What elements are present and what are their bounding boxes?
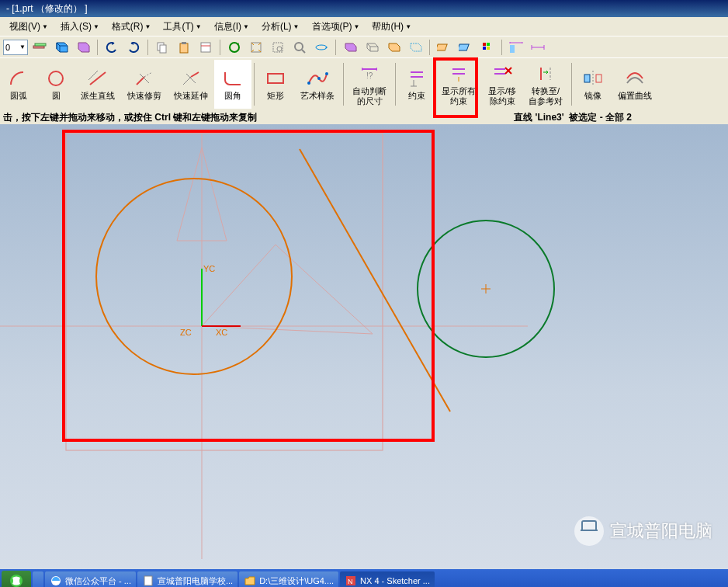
ribbon-arc[interactable]: 圆弧 (0, 60, 37, 109)
svg-rect-5 (182, 42, 186, 44)
tb-zoomio-icon[interactable] (289, 38, 310, 57)
tb-paste-icon[interactable] (174, 38, 194, 57)
svg-rect-15 (437, 44, 447, 50)
watermark-text: 宣城普阳电脑 (610, 519, 712, 543)
svg-rect-21 (510, 45, 515, 53)
task-folder[interactable]: D:\三维设计\UG4.... (239, 571, 338, 587)
svg-rect-4 (180, 43, 188, 53)
tb-seethrough-icon[interactable] (405, 38, 425, 57)
tb-redo-icon[interactable] (123, 38, 144, 57)
ribbon-spline[interactable]: 艺术样条 (294, 60, 341, 109)
sketch-ribbon: 圆弧 圆 派生直线 快速修剪 快速延伸 圆角 矩形 艺术样条 !? 自动判断 的… (0, 57, 728, 110)
watermark: 宣城普阳电脑 (574, 516, 712, 546)
ribbon-quick-trim[interactable]: 快速修剪 (121, 60, 168, 109)
svg-point-28 (49, 71, 63, 85)
axis-x-label: XC (216, 328, 227, 337)
svg-point-11 (277, 47, 282, 51)
svg-rect-37 (268, 74, 283, 83)
ribbon-show-remove-constraints[interactable]: 显示/移 除约束 (482, 60, 522, 109)
svg-rect-71 (144, 576, 152, 585)
tb-box1-icon[interactable] (51, 38, 71, 57)
svg-rect-18 (487, 43, 490, 46)
status-selection: 直线 'Line3' 被选定 - 全部 2 (514, 111, 632, 124)
start-button[interactable] (2, 571, 31, 587)
tb-wire-icon[interactable] (362, 38, 382, 57)
svg-rect-59 (66, 134, 383, 450)
menu-view[interactable]: 视图(V)▼ (3, 19, 54, 35)
menu-help[interactable]: 帮助(H)▼ (366, 19, 418, 35)
ribbon-fillet[interactable]: 圆角 (214, 60, 251, 109)
svg-line-35 (191, 72, 199, 77)
ribbon-show-all-constraints[interactable]: 显示所有 约束 (435, 60, 482, 109)
task-wechat[interactable]: 微信公众平台 - ... (45, 571, 136, 587)
title-bar: - [1.prt （修改的） ] (0, 0, 728, 17)
tb-shade1-icon[interactable] (340, 38, 360, 57)
svg-rect-19 (483, 47, 486, 50)
menu-format[interactable]: 格式(R)▼ (106, 19, 158, 35)
svg-rect-6 (201, 43, 210, 52)
task-nx4[interactable]: N NX 4 - Sketcher ... (340, 571, 435, 587)
svg-point-62 (96, 179, 292, 374)
svg-text:N: N (348, 578, 353, 585)
ribbon-quick-extend[interactable]: 快速延伸 (168, 60, 214, 109)
task-school[interactable]: 宣城普阳电脑学校... (137, 571, 237, 587)
svg-rect-58 (596, 75, 601, 82)
nx-icon: N (345, 575, 357, 587)
tb-datum-icon[interactable] (434, 38, 454, 57)
tb-dim1-icon[interactable] (506, 38, 526, 57)
ribbon-auto-dim[interactable]: !? 自动判断 的尺寸 (346, 60, 393, 109)
status-hint: 击，按下左键并拖动来移动，或按住 Ctrl 键和左键拖动来复制 (3, 111, 257, 124)
ribbon-constraint[interactable]: 约束 (398, 60, 435, 109)
ribbon-rectangle[interactable]: 矩形 (257, 60, 294, 109)
svg-text:!?: !? (366, 71, 373, 80)
tb-shade2-icon[interactable] (383, 38, 404, 57)
tb-refresh-icon[interactable] (224, 38, 244, 57)
tb-box2-icon[interactable] (73, 38, 93, 57)
axis-y-label: YC (203, 264, 215, 273)
menu-tools[interactable]: 工具(T)▼ (157, 19, 207, 35)
tb-dim2-icon[interactable] (528, 38, 548, 57)
svg-line-13 (302, 50, 305, 53)
ribbon-offset-curve[interactable]: 偏置曲线 (612, 60, 658, 109)
svg-rect-1 (35, 43, 46, 46)
menu-bar: 视图(V)▼ 插入(S)▼ 格式(R)▼ 工具(T)▼ 信息(I)▼ 分析(L)… (0, 17, 728, 36)
title-text: - [1.prt （修改的） ] (6, 3, 88, 14)
tb-rotate-icon[interactable] (311, 38, 331, 57)
svg-line-29 (90, 72, 106, 85)
svg-rect-3 (160, 45, 166, 53)
quicklaunch-divider (33, 571, 43, 587)
main-toolbar: 0▼ (0, 36, 728, 57)
wechat-icon (574, 516, 604, 546)
menu-insert[interactable]: 插入(S)▼ (54, 19, 106, 35)
svg-rect-57 (584, 75, 590, 82)
tb-color-icon[interactable] (477, 38, 497, 57)
svg-point-40 (325, 72, 328, 75)
tb-props-icon[interactable] (196, 38, 216, 57)
svg-line-32 (144, 72, 152, 77)
tb-layers-icon[interactable] (29, 38, 50, 57)
ribbon-circle[interactable]: 圆 (37, 60, 75, 109)
ribbon-convert-ref[interactable]: 转换至/ 自参考对 (522, 60, 569, 109)
svg-line-34 (183, 77, 191, 85)
menu-analyze[interactable]: 分析(L)▼ (255, 19, 306, 35)
tb-copy-icon[interactable] (152, 38, 172, 57)
tb-undo-icon[interactable] (102, 38, 122, 57)
ribbon-mirror[interactable]: 镜像 (574, 60, 612, 109)
menu-info[interactable]: 信息(I)▼ (208, 19, 255, 35)
sketch-canvas[interactable]: YC XC ZC 宣城普阳电脑 (0, 124, 728, 569)
svg-rect-16 (459, 44, 469, 50)
menu-prefs[interactable]: 首选项(P)▼ (306, 19, 366, 35)
layer-select[interactable]: 0▼ (3, 40, 28, 55)
tb-datum2-icon[interactable] (456, 38, 476, 57)
svg-point-39 (317, 77, 321, 80)
svg-rect-17 (483, 43, 486, 46)
svg-point-14 (316, 45, 327, 50)
ribbon-derive-line[interactable]: 派生直线 (75, 60, 121, 109)
tb-zoom-icon[interactable] (268, 38, 288, 57)
browser-icon (50, 575, 62, 587)
doc-icon (142, 575, 154, 587)
svg-rect-20 (487, 47, 490, 50)
tb-fit-icon[interactable] (246, 38, 266, 57)
svg-line-63 (300, 149, 450, 412)
folder-icon (244, 575, 256, 587)
